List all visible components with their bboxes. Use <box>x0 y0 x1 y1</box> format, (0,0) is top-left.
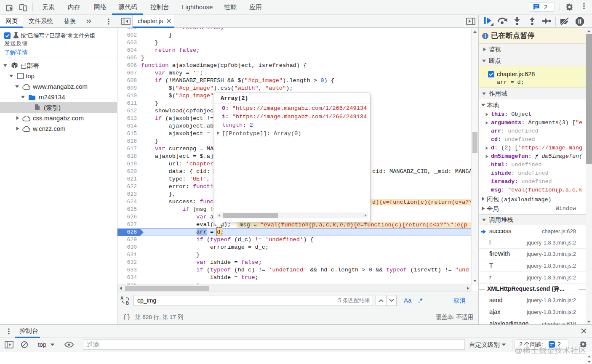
svg-text:A: A <box>120 296 123 300</box>
svg-text:B: B <box>126 301 129 305</box>
